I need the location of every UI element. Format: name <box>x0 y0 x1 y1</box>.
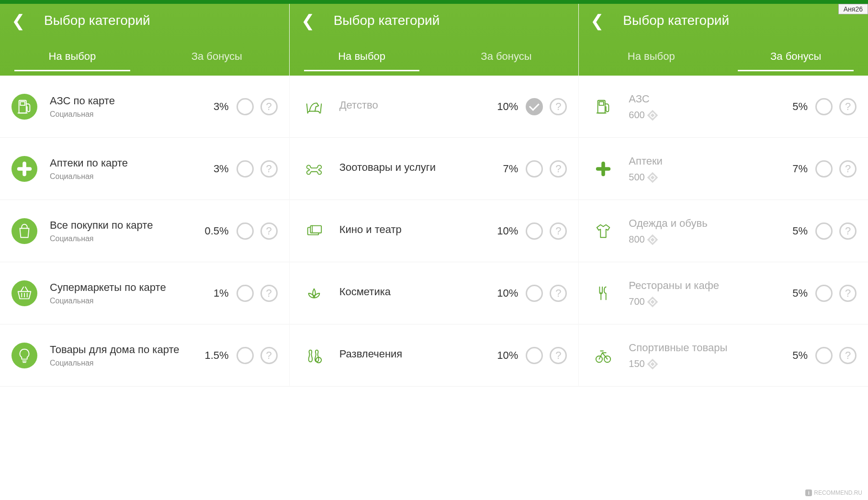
category-item[interactable]: Супермаркеты по карте Социальная 1% ? <box>0 262 289 324</box>
item-text: Одежда и обувь 800 <box>629 217 784 245</box>
tab-choice[interactable]: На выбор <box>579 42 723 71</box>
select-radio[interactable] <box>526 98 543 115</box>
panel: ❮ Выбор категорий На выбор За бонусы Дет… <box>289 4 579 387</box>
select-radio[interactable] <box>526 160 543 178</box>
item-title: Развлечения <box>339 347 495 361</box>
back-button[interactable]: ❮ <box>301 11 324 30</box>
bonus-diamond-icon <box>647 172 658 183</box>
item-title: Зоотовары и услуги <box>339 161 495 175</box>
item-text: Кино и театр <box>339 223 495 239</box>
category-item[interactable]: Косметика 10% ? <box>290 262 579 324</box>
tab-bonus[interactable]: За бонусы <box>434 42 579 71</box>
select-radio[interactable] <box>237 222 254 240</box>
tabs: На выбор За бонусы <box>579 37 868 76</box>
shirt-icon <box>590 218 616 244</box>
select-radio[interactable] <box>526 285 543 302</box>
tabs: На выбор За бонусы <box>290 37 579 76</box>
select-radio[interactable] <box>237 347 254 364</box>
item-text: Товары для дома по карте Социальная <box>50 343 205 367</box>
item-percent: 10% <box>494 287 518 300</box>
select-radio[interactable] <box>815 222 833 240</box>
select-radio[interactable] <box>526 347 543 364</box>
category-item[interactable]: АЗС по карте Социальная 3% ? <box>0 76 289 138</box>
select-radio[interactable] <box>237 285 254 302</box>
category-item[interactable]: Все покупки по карте Социальная 0.5% ? <box>0 200 289 262</box>
item-percent: 3% <box>205 163 229 175</box>
item-price: 800 <box>629 234 784 245</box>
back-button[interactable]: ❮ <box>11 11 34 30</box>
category-item[interactable]: Развлечения 10% ? <box>290 324 579 387</box>
help-button[interactable]: ? <box>839 222 857 240</box>
item-percent: 3% <box>205 100 229 113</box>
item-title: Все покупки по карте <box>50 219 205 233</box>
bonus-diamond-icon <box>647 358 658 369</box>
panel-header: ❮ Выбор категорий На выбор За бонусы <box>579 4 868 76</box>
help-button[interactable]: ? <box>260 347 278 364</box>
category-item[interactable]: Зоотовары и услуги 7% ? <box>290 138 579 200</box>
item-price: 600 <box>629 110 784 121</box>
help-button[interactable]: ? <box>839 160 857 178</box>
category-item[interactable]: Одежда и обувь 800 5% ? <box>579 200 868 262</box>
pharmacy-icon <box>590 156 616 182</box>
restaurant-icon <box>590 280 616 306</box>
item-title: Одежда и обувь <box>629 217 784 231</box>
select-radio[interactable] <box>237 160 254 178</box>
category-item[interactable]: АЗС 600 5% ? <box>579 76 868 138</box>
tabs: На выбор За бонусы <box>0 37 289 76</box>
category-item[interactable]: Аптеки по карте Социальная 3% ? <box>0 138 289 200</box>
item-text: Развлечения <box>339 347 495 363</box>
item-price: 150 <box>629 358 784 369</box>
item-text: Косметика <box>339 285 495 301</box>
tab-choice[interactable]: На выбор <box>290 42 434 71</box>
tab-bonus[interactable]: За бонусы <box>145 42 289 71</box>
fuel-icon <box>11 94 37 120</box>
help-button[interactable]: ? <box>839 285 857 302</box>
tab-bonus[interactable]: За бонусы <box>723 42 868 71</box>
help-button[interactable]: ? <box>550 160 567 178</box>
select-radio[interactable] <box>526 222 543 240</box>
help-button[interactable]: ? <box>550 285 567 302</box>
help-button[interactable]: ? <box>550 222 567 240</box>
category-item[interactable]: Товары для дома по карте Социальная 1.5%… <box>0 324 289 387</box>
help-button[interactable]: ? <box>260 98 278 115</box>
category-item[interactable]: Рестораны и кафе 700 5% ? <box>579 262 868 324</box>
item-title: АЗС по карте <box>50 94 205 108</box>
panels-container: ❮ Выбор категорий На выбор За бонусы АЗС… <box>0 4 868 387</box>
category-item[interactable]: Спортивные товары 150 5% ? <box>579 324 868 387</box>
item-percent: 7% <box>494 163 518 175</box>
category-item[interactable]: Кино и театр 10% ? <box>290 200 579 262</box>
item-title: Кино и театр <box>339 223 495 237</box>
back-button[interactable]: ❮ <box>590 11 613 30</box>
horse-icon <box>301 94 327 120</box>
watermark-icon: i <box>805 489 812 496</box>
bowling-icon <box>301 343 327 368</box>
help-button[interactable]: ? <box>839 347 857 364</box>
svg-rect-13 <box>599 101 604 105</box>
item-percent: 0.5% <box>205 225 229 237</box>
help-button[interactable]: ? <box>550 98 567 115</box>
item-title: Спортивные товары <box>629 341 784 355</box>
help-button[interactable]: ? <box>550 347 567 364</box>
item-subtitle: Социальная <box>50 297 205 305</box>
tickets-icon <box>301 218 327 244</box>
item-text: Аптеки 500 <box>629 155 784 183</box>
select-radio[interactable] <box>237 98 254 115</box>
username-tag: Аня26 <box>838 4 868 14</box>
select-radio[interactable] <box>815 347 833 364</box>
tab-choice[interactable]: На выбор <box>0 42 145 71</box>
select-radio[interactable] <box>815 285 833 302</box>
item-percent: 10% <box>494 349 518 362</box>
select-radio[interactable] <box>815 98 833 115</box>
help-button[interactable]: ? <box>260 285 278 302</box>
select-radio[interactable] <box>815 160 833 178</box>
category-item[interactable]: Аптеки 500 7% ? <box>579 138 868 200</box>
item-percent: 1.5% <box>205 349 229 362</box>
help-button[interactable]: ? <box>839 98 857 115</box>
item-percent: 5% <box>784 225 808 237</box>
help-button[interactable]: ? <box>260 222 278 240</box>
category-list: АЗС 600 5% ? Аптеки 500 7% ? Одежда и об… <box>579 76 868 387</box>
bone-icon <box>301 156 327 182</box>
category-item[interactable]: Детство 10% ? <box>290 76 579 138</box>
help-button[interactable]: ? <box>260 160 278 178</box>
fuel-icon <box>590 94 616 120</box>
